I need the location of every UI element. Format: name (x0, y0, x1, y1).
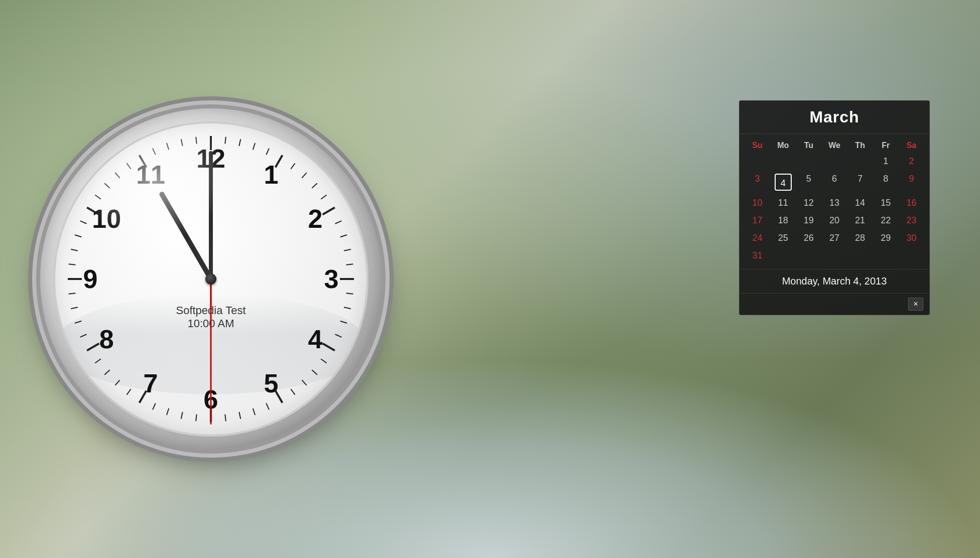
calendar-day-25[interactable]: 25 (770, 230, 796, 246)
calendar-day-4[interactable]: 4 (770, 171, 796, 194)
calendar-day-26[interactable]: 26 (796, 230, 821, 246)
clock-number-12: 12 (196, 144, 225, 174)
calendar-header: March (740, 101, 929, 134)
day-header-su: Su (745, 138, 770, 152)
calendar-weeks: 1234567891011121314151617181920212223242… (745, 153, 924, 264)
calendar-day-23[interactable]: 23 (899, 212, 924, 229)
calendar-day-14[interactable]: 14 (847, 195, 873, 211)
close-button[interactable]: × (908, 298, 923, 311)
calendar-day-2[interactable]: 2 (899, 153, 924, 170)
calendar-day-8[interactable]: 8 (873, 171, 899, 194)
calendar-day-empty (796, 247, 821, 264)
clock-number-4: 4 (308, 324, 322, 354)
day-header-fr: Fr (873, 138, 899, 152)
clock-number-3: 3 (324, 264, 339, 294)
calendar-day-18[interactable]: 18 (770, 212, 796, 229)
calendar-day-empty (770, 153, 796, 170)
calendar-day-19[interactable]: 19 (796, 212, 821, 229)
calendar-day-1[interactable]: 1 (873, 153, 899, 170)
clock-number-9: 9 (83, 264, 98, 294)
clock-number-5: 5 (264, 368, 279, 398)
calendar-day-27[interactable]: 27 (821, 230, 847, 246)
day-header-we: We (821, 138, 847, 152)
calendar-day-empty (745, 153, 770, 170)
calendar-day-empty (873, 247, 899, 264)
clock-number-1: 1 (264, 160, 279, 190)
clock-number-2: 2 (308, 204, 322, 234)
center-dot (205, 273, 216, 285)
calendar-day-3[interactable]: 3 (745, 171, 770, 194)
clock-face: 121234567891011 Softpedia Test 10:00 AM (55, 123, 366, 435)
calendar-full-date: Monday, March 4, 2013 (782, 275, 887, 287)
calendar-day-7[interactable]: 7 (847, 171, 873, 194)
minute-hand (209, 151, 213, 279)
day-header-th: Th (847, 138, 873, 152)
calendar-day-28[interactable]: 28 (847, 230, 873, 246)
calendar-week-row: 3456789 (745, 171, 924, 194)
calendar-day-empty (821, 153, 847, 170)
calendar-day-empty (796, 153, 821, 170)
close-icon: × (913, 300, 918, 309)
calendar-day-empty (770, 247, 796, 264)
day-header-sa: Sa (899, 138, 924, 152)
calendar-day-11[interactable]: 11 (770, 195, 796, 211)
calendar-widget: March SuMoTuWeThFrSa 1234567891011121314… (739, 100, 930, 315)
calendar-week-row: 12 (745, 153, 924, 170)
calendar-day-24[interactable]: 24 (745, 230, 770, 246)
calendar-day-21[interactable]: 21 (847, 212, 873, 229)
calendar-day-31[interactable]: 31 (745, 247, 770, 264)
day-header-tu: Tu (796, 138, 821, 152)
calendar-day-empty (847, 153, 873, 170)
calendar-day-empty (899, 247, 924, 264)
calendar-day-16[interactable]: 16 (899, 195, 924, 211)
clock-number-11: 11 (136, 160, 165, 190)
calendar-day-17[interactable]: 17 (745, 212, 770, 229)
day-header-mo: Mo (770, 138, 796, 152)
calendar-day-22[interactable]: 22 (873, 212, 899, 229)
calendar-week-row: 31 (745, 247, 924, 264)
clock-number-7: 7 (144, 368, 158, 398)
calendar-date-bar: Monday, March 4, 2013 (740, 269, 929, 293)
calendar-day-20[interactable]: 20 (821, 212, 847, 229)
clock-outer: 121234567891011 Softpedia Test 10:00 AM (40, 108, 382, 450)
clock-widget: 121234567891011 Softpedia Test 10:00 AM (40, 108, 382, 450)
clock-number-8: 8 (99, 324, 114, 354)
today-circle: 4 (775, 174, 792, 191)
calendar-week-row: 24252627282930 (745, 230, 924, 246)
calendar-day-13[interactable]: 13 (821, 195, 847, 211)
calendar-day-30[interactable]: 30 (899, 230, 924, 246)
day-headers-row: SuMoTuWeThFrSa (745, 138, 924, 152)
calendar-footer: × (740, 293, 929, 315)
clock-number-10: 10 (92, 204, 121, 234)
calendar-day-12[interactable]: 12 (796, 195, 821, 211)
calendar-day-29[interactable]: 29 (873, 230, 899, 246)
calendar-day-10[interactable]: 10 (745, 195, 770, 211)
calendar-day-6[interactable]: 6 (821, 171, 847, 194)
calendar-week-row: 17181920212223 (745, 212, 924, 229)
calendar-grid: SuMoTuWeThFrSa 1234567891011121314151617… (740, 134, 929, 269)
calendar-day-empty (821, 247, 847, 264)
watermark: www.softpedia.com (864, 545, 920, 553)
calendar-day-empty (847, 247, 873, 264)
calendar-day-15[interactable]: 15 (873, 195, 899, 211)
calendar-month: March (809, 108, 859, 126)
calendar-day-5[interactable]: 5 (796, 171, 821, 194)
calendar-week-row: 10111213141516 (745, 195, 924, 211)
calendar-day-9[interactable]: 9 (899, 171, 924, 194)
